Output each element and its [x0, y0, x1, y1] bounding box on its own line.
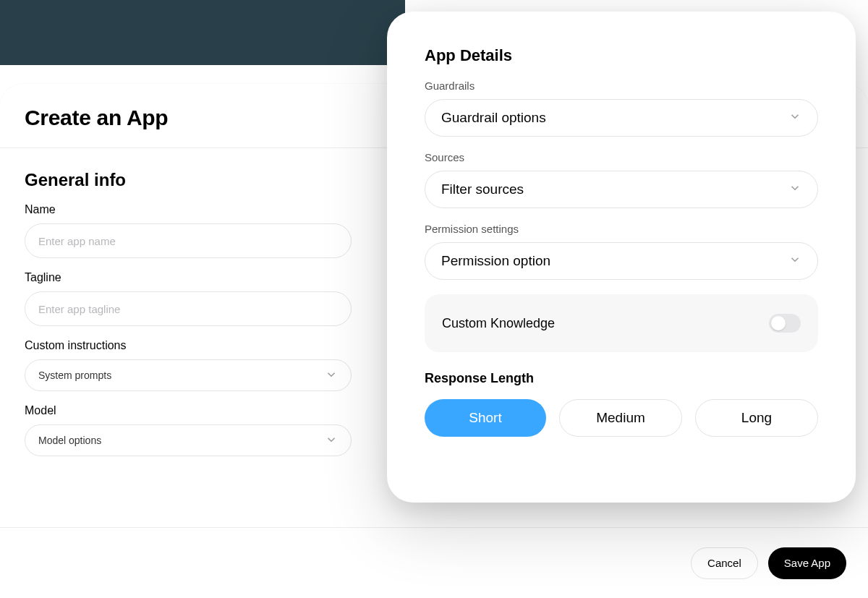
custom-instructions-select[interactable]: System prompts: [25, 359, 352, 391]
app-details-title: App Details: [425, 46, 818, 65]
guardrails-label: Guardrails: [425, 80, 818, 92]
permission-value: Permission option: [441, 253, 550, 269]
custom-knowledge-toggle[interactable]: [769, 314, 801, 333]
cancel-button[interactable]: Cancel: [691, 547, 758, 579]
guardrails-value: Guardrail options: [441, 110, 546, 126]
permission-select[interactable]: Permission option: [425, 242, 818, 280]
segment-short[interactable]: Short: [425, 399, 546, 437]
custom-knowledge-label: Custom Knowledge: [442, 316, 555, 331]
tagline-input[interactable]: [25, 291, 352, 326]
chevron-down-icon: [788, 110, 801, 127]
model-label: Model: [25, 404, 352, 417]
custom-knowledge-row: Custom Knowledge: [425, 294, 818, 352]
sources-select[interactable]: Filter sources: [425, 171, 818, 208]
segment-medium[interactable]: Medium: [559, 399, 682, 437]
segment-long[interactable]: Long: [695, 399, 818, 437]
save-app-button[interactable]: Save App: [768, 547, 846, 579]
name-input[interactable]: [25, 223, 352, 258]
custom-instructions-label: Custom instructions: [25, 339, 352, 352]
background-accent: [0, 0, 405, 65]
response-length-segments: Short Medium Long: [425, 399, 818, 437]
chevron-down-icon: [788, 181, 801, 198]
sources-value: Filter sources: [441, 181, 524, 197]
chevron-down-icon: [325, 433, 338, 448]
model-select[interactable]: Model options: [25, 424, 352, 456]
custom-instructions-value: System prompts: [38, 370, 111, 381]
guardrails-select[interactable]: Guardrail options: [425, 99, 818, 137]
tagline-label: Tagline: [25, 271, 352, 284]
card-footer: Cancel Save App: [0, 527, 868, 598]
name-label: Name: [25, 203, 352, 216]
chevron-down-icon: [325, 368, 338, 383]
chevron-down-icon: [788, 253, 801, 270]
permission-label: Permission settings: [425, 223, 818, 235]
response-length-title: Response Length: [425, 371, 818, 386]
app-details-panel: App Details Guardrails Guardrail options…: [387, 12, 856, 503]
general-info-section: General info Name Tagline Custom instruc…: [0, 148, 376, 491]
sources-label: Sources: [425, 151, 818, 163]
section-title-general: General info: [25, 170, 352, 190]
model-value: Model options: [38, 435, 101, 446]
